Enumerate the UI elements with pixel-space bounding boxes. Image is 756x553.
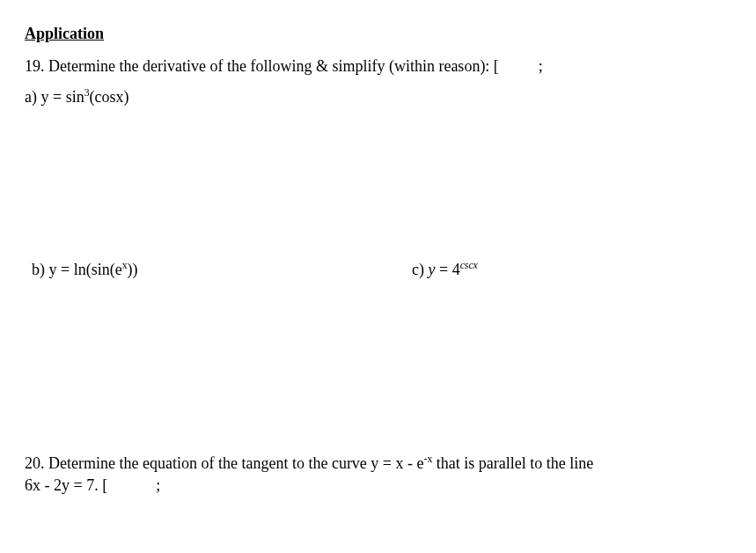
q19c-label: c) xyxy=(412,261,428,278)
q20-line2-a: 6x - 2y = 7. [ xyxy=(25,475,107,497)
q19-part-c: c) y = 4cscx xyxy=(412,259,478,281)
q20-line1-b: that is parallel to the line xyxy=(432,454,593,472)
q20-line2: 6x - 2y = 7. [; xyxy=(25,475,731,497)
worksheet-page: Application 19. Determine the derivative… xyxy=(0,0,756,553)
q19-part-a: a) y = sin3(cosx) xyxy=(25,86,731,108)
q20-line2-gap: ; xyxy=(107,475,160,497)
q20-line1: 20. Determine the equation of the tangen… xyxy=(25,453,731,475)
q19c-exponent: cscx xyxy=(460,260,478,271)
q20-line1-exp: -x xyxy=(424,453,433,465)
q19b-prefix: b) y = ln(sin(e xyxy=(32,261,122,278)
q19a-prefix: a) y = sin xyxy=(25,88,84,106)
q19a-tail: (cosx) xyxy=(89,88,128,106)
section-heading: Application xyxy=(25,23,731,45)
q19-parts-bc-row: b) y = ln(sin(ex)) c) y = 4cscx xyxy=(25,259,731,285)
q19-part-b: b) y = ln(sin(ex)) xyxy=(32,259,137,281)
q20-line1-a: 20. Determine the equation of the tangen… xyxy=(25,454,424,472)
q19c-mid: = 4 xyxy=(435,261,459,278)
q19-prompt-text: 19. Determine the derivative of the foll… xyxy=(25,57,499,75)
q19-prompt-gap: ; xyxy=(499,55,543,77)
question-20: 20. Determine the equation of the tangen… xyxy=(25,453,731,497)
question-19-prompt: 19. Determine the derivative of the foll… xyxy=(25,55,731,77)
q19b-tail: )) xyxy=(127,261,137,278)
